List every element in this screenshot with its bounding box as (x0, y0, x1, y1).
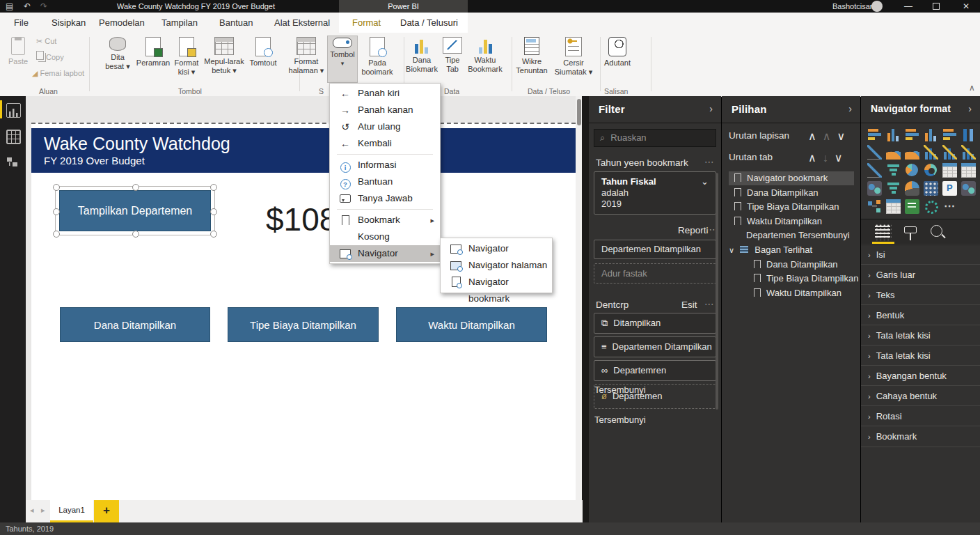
viz-icon-donut[interactable] (924, 164, 937, 176)
close-button[interactable]: ✕ (956, 0, 976, 13)
filter-card-departemen-tersembunyi[interactable]: øDepartemen Tersembunyi (594, 384, 716, 409)
next-page-arrow-icon[interactable]: ▸ (41, 506, 45, 515)
selection-item-navigator-bookmark[interactable]: Navigator bookmark (729, 171, 854, 185)
ribbon-tomtout[interactable]: Tomtout (246, 36, 280, 68)
avatar[interactable] (871, 1, 883, 12)
more-options-icon[interactable]: ⋯ (706, 224, 716, 235)
button-dana-ditampilkan[interactable]: Dana Ditampilkan (60, 307, 210, 342)
prev-page-arrow-icon[interactable]: ◂ (30, 506, 34, 515)
selection-item-dana-ditampilkan[interactable]: Dana Ditampilkan (729, 186, 854, 200)
viz-icon-clustered-column[interactable] (886, 127, 901, 141)
ribbon-wikre-tenuntan[interactable]: WikreTenuntan (512, 36, 552, 75)
ribbon-tombol-button[interactable]: Tombol▾ (327, 36, 358, 83)
filter-search-box[interactable]: ⌕Ruaskan (594, 129, 716, 147)
resize-handle-w[interactable] (53, 208, 60, 215)
selection-item-departemen-tersembunyi[interactable]: Departemen Tersembunyi (729, 228, 871, 242)
format-section-rotasi[interactable]: ›Rotasi (861, 405, 980, 426)
format-section-bentuk[interactable]: ›Bentuk (861, 304, 980, 325)
more-options-icon[interactable]: ⋯ (704, 156, 714, 167)
format-analytics-tab-icon[interactable] (931, 225, 942, 237)
viz-icon-stacked-bar-2[interactable] (905, 127, 919, 141)
minimize-button[interactable]: — (899, 0, 918, 13)
selection-item-waktu-ditampilkan[interactable]: Waktu Ditampilkan (729, 215, 854, 228)
viz-icon-stacked-bar-3[interactable] (942, 127, 957, 141)
paste-button[interactable]: Paste (6, 36, 31, 66)
format-section-isi[interactable]: ›Isi (861, 244, 980, 265)
format-paint-roller-tab-icon[interactable] (904, 226, 917, 233)
filter-panel-scrollbar[interactable] (716, 173, 718, 410)
viz-icon-area[interactable] (886, 145, 901, 160)
edit-label[interactable]: Esit (681, 300, 697, 310)
viz-icon-table[interactable] (961, 163, 976, 178)
submenu-item-navigator-bookmark[interactable]: Navigator bookmark (441, 274, 552, 290)
ribbon-adutant[interactable]: Adutant (600, 36, 635, 68)
resize-handle-e[interactable] (210, 208, 217, 215)
ribbon-dana-biokmark[interactable]: DanaBiokmark (404, 36, 440, 74)
viz-icon-stacked-bar[interactable] (867, 127, 882, 141)
filter-card-departemen-ditampilkan[interactable]: Departemen Ditampilkan (594, 240, 716, 259)
tab-tampilan[interactable]: Tampilan (160, 13, 199, 33)
viz-icon-matrix-2[interactable] (886, 199, 901, 214)
viz-icon-stacked-area[interactable] (905, 145, 919, 160)
viz-icon-power-apps[interactable] (925, 201, 938, 214)
viz-icon-map[interactable] (867, 181, 882, 196)
selection-child-tipe-biaya-ditampilkan[interactable]: Tipe Biaya Ditampilkan (729, 272, 874, 286)
ribbon-collapse-chevron[interactable]: ∧ (969, 83, 975, 93)
viz-icon-line-stacked-column[interactable] (942, 145, 957, 160)
format-fields-tab-icon[interactable] (875, 224, 892, 240)
resize-handle-sw[interactable] (53, 231, 60, 238)
selection-child-dana-ditampilkan[interactable]: Dana Ditampilkan (729, 258, 874, 272)
submenu-item-navigator[interactable]: Navigator (441, 240, 552, 257)
menu-item-panah-kiri[interactable]: ←Panah kiri (330, 85, 440, 102)
tab-data-telusuri[interactable]: Data / Telusuri (399, 13, 459, 33)
selection-group-bagan-terlihat[interactable]: ∨ Bagan Terlihat (729, 243, 854, 257)
filter-card-ditampilkan[interactable]: ⧉Ditampilkan (594, 313, 716, 334)
add-page-button[interactable]: + (94, 500, 119, 522)
tab-format[interactable]: Format (351, 13, 382, 33)
model-view-icon[interactable] (6, 156, 19, 169)
ribbon-format-kisi[interactable]: Formatkisi ▾ (171, 36, 202, 77)
filter-card-departemren-tersembunyi[interactable]: ∞Departemren Tersembunyi (594, 360, 716, 381)
tab-alat-eksternal[interactable]: Alat Eksternal (273, 13, 331, 33)
layer-order-arrows[interactable]: ∧∧∨ (808, 130, 851, 143)
cut-button[interactable]: ✂ Cut (36, 35, 56, 47)
filter-card-departemen-ditampilkan-2[interactable]: ≡Departemen Ditampilkan (594, 336, 716, 357)
save-icon[interactable]: ▤ (6, 0, 13, 13)
resize-handle-ne[interactable] (210, 184, 217, 191)
viz-icon-decomposition-tree[interactable] (867, 199, 882, 214)
menu-item-atur-ulang[interactable]: ↺Atur ulang (330, 118, 440, 135)
tab-sisipkan[interactable]: Sisipkan (50, 13, 87, 35)
menu-item-kembali[interactable]: ←Kembali (330, 135, 440, 152)
menu-item-navigator[interactable]: Navigator▸ (330, 245, 440, 262)
chevron-down-icon[interactable]: ⌄ (701, 176, 709, 187)
viz-icon-waterfall[interactable] (867, 163, 882, 178)
menu-item-panah-kanan[interactable]: →Panah kanan (330, 102, 440, 118)
viz-icon-treemap[interactable] (942, 163, 957, 178)
menu-item-bantuan[interactable]: ?Bantuan (330, 173, 440, 190)
viz-icon-line[interactable] (867, 145, 882, 160)
canvas-scrollbar[interactable] (576, 96, 582, 500)
tab-bantuan[interactable]: Bantuan (218, 13, 254, 33)
format-section-tata-letak-kisi-2[interactable]: ›Tata letak kisi (861, 345, 980, 366)
format-section-bayangan-bentuk[interactable]: ›Bayangan bentuk (861, 365, 980, 386)
restore-button[interactable] (926, 0, 946, 13)
menu-item-tanya-jawab[interactable]: Tanya Jawab (330, 190, 440, 207)
format-section-tata-letak-kisi[interactable]: ›Tata letak kisi (861, 325, 980, 346)
more-options-icon[interactable]: ⋯ (704, 298, 714, 309)
menu-item-bookmark[interactable]: Bookmark▸ (330, 212, 440, 228)
undo-icon[interactable]: ↶ (24, 0, 31, 13)
filter-card-tahun-fiskal[interactable]: Tahun Fiskal adalah 2019 ⌄ (594, 171, 716, 215)
chevron-down-icon[interactable]: ∨ (729, 246, 734, 254)
scrollbar-thumb[interactable] (577, 99, 581, 125)
menu-item-kosong[interactable]: Kosong (330, 228, 440, 245)
tab-file[interactable]: File (13, 13, 30, 33)
collapse-chevron-icon[interactable]: › (968, 103, 972, 114)
redo-icon[interactable]: ↷ (40, 0, 47, 13)
viz-icon-100-stacked-column[interactable] (961, 127, 976, 141)
format-painter-button[interactable]: ◢ Femai lapbot (32, 67, 84, 79)
ribbon-pada-booimark[interactable]: Padabooimark (359, 36, 395, 77)
viz-icon-ribbon[interactable] (961, 145, 976, 160)
viz-icon-smart-narrative[interactable] (961, 181, 976, 196)
ribbon-format-halaman[interactable]: Formathalaman ▾ (288, 36, 324, 75)
tab-pemodelan[interactable]: Pemodelan (97, 13, 146, 33)
